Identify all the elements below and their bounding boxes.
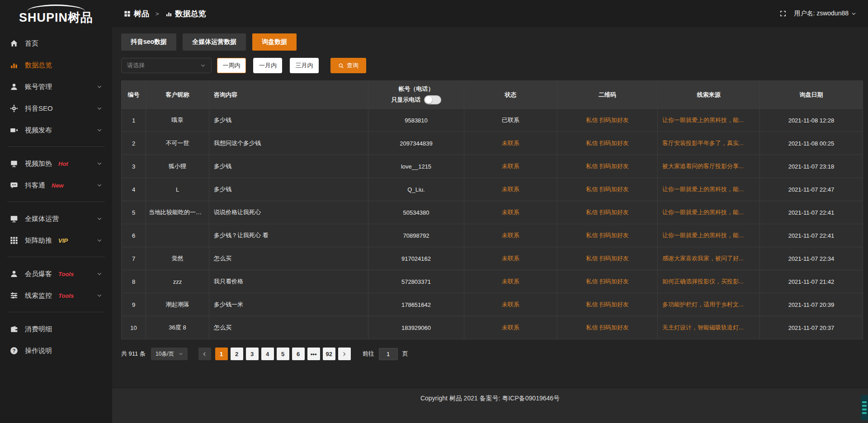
cell-content: 怎么买 (209, 316, 368, 339)
cell-source-link[interactable]: 让你一眼就爱上的黑科技，能... (658, 224, 760, 247)
cell-qrcode-links[interactable]: 私信 扫码加好友 (557, 201, 658, 224)
cell-date: 2021-11-07 21:42 (760, 270, 863, 293)
cell-account: Q_Liu. (368, 178, 464, 201)
sidebar-item[interactable]: 视频加热 Hot (0, 153, 112, 174)
cell-status: 未联系 (464, 132, 557, 155)
cell-source-link[interactable]: 让你一眼就爱上的黑科技，能... (658, 201, 760, 224)
chevron-down-icon (97, 238, 102, 243)
sidebar: SHUPIN树品 首页 数据总览 (0, 0, 112, 423)
cell-qrcode-links[interactable]: 私信 扫码加好友 (557, 155, 658, 178)
prev-page-button[interactable] (198, 348, 211, 360)
page-button[interactable]: ••• (307, 348, 320, 360)
sidebar-item[interactable]: 消费明细 (0, 318, 112, 340)
cell-source-link[interactable]: 被大家追着问的客厅投影分享... (658, 155, 760, 178)
sidebar-item[interactable]: ? 操作说明 (0, 340, 112, 362)
sidebar-item-label: 全媒体运营 (25, 215, 59, 223)
range-button[interactable]: 一月内 (253, 58, 282, 73)
next-page-button[interactable] (338, 348, 351, 360)
cell-account: 183929060 (368, 316, 464, 339)
search-button[interactable]: 查询 (330, 58, 366, 73)
page-button[interactable]: 2 (231, 348, 243, 360)
inquiry-table: 编号 客户昵称 咨询内容 帐号（电话） 只显示电话 状态 (121, 80, 863, 339)
sidebar-item-label: 抖客通 (25, 181, 45, 190)
page-button[interactable]: 1 (215, 348, 228, 360)
cell-qrcode-links[interactable]: 私信 扫码加好友 (557, 316, 658, 339)
cell-account: 917024162 (368, 247, 464, 270)
sidebar-item-icon (10, 160, 18, 168)
sidebar-item-icon (10, 104, 18, 113)
cell-qrcode-links[interactable]: 私信 扫码加好友 (557, 132, 658, 155)
app-root: SHUPIN树品 首页 数据总览 (0, 0, 868, 423)
user-label: 用户名: zswodun88 (794, 9, 849, 18)
cell-source-link[interactable]: 让你一眼就爱上的黑科技，能... (658, 109, 760, 132)
cell-nickname: 当地比较能吃的一位美女 (146, 201, 209, 224)
sidebar-item[interactable]: 线索监控 Tools (0, 285, 112, 306)
cell-content: 我想问这个多少钱 (209, 132, 368, 155)
breadcrumb: 树品 > 数据总览 (124, 9, 206, 19)
table-row: 10 36度 8 怎么买 183929060 未联系 私信 扫码加好友 无主灯设… (122, 316, 863, 339)
phone-only-toggle[interactable] (424, 95, 441, 104)
cell-source-link[interactable]: 无主灯设计，智能磁吸轨道灯... (658, 316, 760, 339)
page-button[interactable]: 6 (292, 348, 305, 360)
cell-qrcode-links[interactable]: 私信 扫码加好友 (557, 224, 658, 247)
cell-source-link[interactable]: 感谢大家喜欢我家，被问了好... (658, 247, 760, 270)
topbar-right: 用户名: zswodun88 (779, 9, 856, 18)
sidebar-item[interactable]: 全媒体运营 (0, 208, 112, 230)
page-button[interactable]: 92 (323, 348, 335, 360)
sidebar-item[interactable]: 数据总览 (0, 54, 112, 76)
table-row: 5 当地比较能吃的一位美女 说说价格让我死心 50534380 未联系 私信 扫… (122, 201, 863, 224)
data-tab[interactable]: 询盘数据 (252, 33, 297, 51)
cell-qrcode-links[interactable]: 私信 扫码加好友 (557, 247, 658, 270)
range-button[interactable]: 三月内 (290, 58, 319, 73)
sidebar-item[interactable]: 会员爆客 Tools (0, 263, 112, 285)
sidebar-item[interactable]: 首页 (0, 33, 112, 54)
cell-nickname: 潮起潮落 (146, 293, 209, 316)
cell-nickname: 36度 8 (146, 316, 209, 339)
cell-nickname: 哦章 (146, 109, 209, 132)
cell-source-link[interactable]: 如何正确选择投影仪，买投影... (658, 270, 760, 293)
search-icon (338, 63, 344, 69)
cell-date: 2021-11-07 22:41 (760, 201, 863, 224)
user-menu[interactable]: 用户名: zswodun88 (794, 9, 856, 18)
logo-arc (27, 5, 85, 18)
page-button[interactable]: 4 (261, 348, 274, 360)
data-tab[interactable]: 全媒体运营数据 (183, 33, 246, 51)
cell-qrcode-links[interactable]: 私信 扫码加好友 (557, 178, 658, 201)
chevron-down-icon (97, 161, 102, 166)
col-header-qrcode: 二维码 (557, 81, 658, 109)
chevron-down-icon (97, 293, 102, 298)
cell-source-link[interactable]: 多功能护栏灯，适用于乡村文... (658, 293, 760, 316)
page-button[interactable]: 3 (246, 348, 259, 360)
sidebar-item[interactable]: 矩阵助推 VIP (0, 230, 112, 251)
fullscreen-icon[interactable] (779, 10, 787, 17)
sidebar-item-label: 线索监控 (25, 291, 52, 300)
cell-content: 我只看价格 (209, 270, 368, 293)
sidebar-item-label: 数据总览 (25, 61, 52, 70)
data-tab[interactable]: 抖音seo数据 (121, 33, 176, 51)
sidebar-item-icon (10, 270, 18, 278)
range-button[interactable]: 一周内 (217, 58, 246, 73)
sidebar-item[interactable]: 账号管理 (0, 76, 112, 98)
cell-source-link[interactable]: 客厅安装投影半年多了，真实... (658, 132, 760, 155)
breadcrumb-root[interactable]: 树品 (134, 9, 149, 19)
cell-nickname (146, 224, 209, 247)
page-button[interactable]: 5 (277, 348, 289, 360)
sidebar-item[interactable]: 抖音SEO (0, 98, 112, 119)
cell-qrcode-links[interactable]: 私信 扫码加好友 (557, 270, 658, 293)
cell-account: love__1215 (368, 155, 464, 178)
cell-source-link[interactable]: 让你一眼就爱上的黑科技，能... (658, 178, 760, 201)
sidebar-item[interactable]: 抖客通 New (0, 174, 112, 196)
cell-status: 未联系 (464, 293, 557, 316)
chevron-down-icon (97, 271, 102, 277)
cell-qrcode-links[interactable]: 私信 扫码加好友 (557, 109, 658, 132)
cell-qrcode-links[interactable]: 私信 扫码加好友 (557, 293, 658, 316)
app-logo[interactable]: SHUPIN树品 (0, 4, 112, 28)
main-area: 树品 > 数据总览 用户名: zswodun88 抖音seo数据 全媒 (112, 0, 868, 423)
sidebar-item[interactable]: 视频发布 (0, 119, 112, 141)
breadcrumb-separator: > (156, 10, 159, 17)
filter-select[interactable]: 请选择 (121, 58, 212, 73)
cell-nickname: L (146, 178, 209, 201)
floating-service-widget[interactable] (861, 395, 868, 420)
page-size-select[interactable]: 10条/页 (151, 348, 188, 360)
goto-page-input[interactable] (379, 348, 398, 360)
